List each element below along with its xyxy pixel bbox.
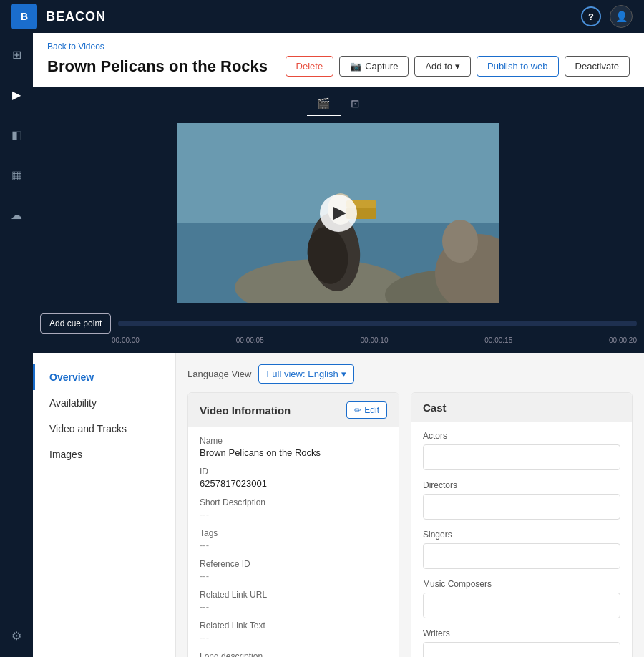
cloud-icon: ☁ [11, 208, 22, 222]
info-row-short-desc: Short Description --- [200, 497, 387, 520]
video-tabs: 🎬 ⊡ [33, 87, 644, 116]
svg-point-10 [442, 220, 478, 263]
sidebar-item-videos[interactable]: ▶ [4, 82, 29, 107]
video-info-column: Video Information ✏ Edit Name Brown Peli… [187, 392, 399, 657]
logo-box: B [11, 4, 37, 29]
music-composers-input[interactable] [423, 593, 620, 618]
calendar-icon: ▦ [11, 168, 22, 182]
capture-button[interactable]: 📷 Capture [339, 56, 409, 77]
logo-text: BEACON [46, 9, 106, 24]
sidebar-item-home[interactable]: ⊞ [4, 42, 29, 67]
back-to-videos-link[interactable]: Back to Videos [47, 42, 630, 52]
publish-to-web-button[interactable]: Publish to web [477, 56, 559, 77]
directors-input[interactable] [423, 494, 620, 520]
sidebar-item-layers[interactable]: ◧ [4, 122, 29, 147]
timestamp-4: 00:00:20 [609, 336, 637, 344]
tab-video[interactable]: 🎬 [307, 93, 341, 116]
info-row-tags: Tags --- [200, 528, 387, 550]
cast-header: Cast [411, 393, 632, 422]
cast-field-writers: Writers [423, 628, 620, 657]
timeline-labels: 00:00:00 00:00:05 00:00:10 00:00:15 00:0… [40, 334, 637, 350]
page-title: Brown Pelicans on the Rocks [47, 57, 268, 76]
edit-button[interactable]: ✏ Edit [346, 402, 387, 419]
video-icon: ▶ [12, 88, 21, 102]
timestamp-1: 00:00:05 [236, 336, 264, 344]
leftnav-availability[interactable]: Availability [33, 390, 175, 416]
video-player-container [33, 116, 644, 308]
cast-body: Actors Directors Singers [411, 422, 632, 657]
main-content-area: Language View Full view: English ▾ Video… [176, 353, 644, 657]
timestamp-3: 00:00:15 [484, 336, 512, 344]
cast-column: Cast Actors Directors [411, 392, 633, 657]
info-row-id: ID 6257817023001 [200, 467, 387, 489]
cast-title: Cast [423, 402, 447, 414]
nav-left: B BEACON [11, 4, 106, 29]
timestamp-0: 00:00:00 [112, 336, 140, 344]
camera-icon: 📷 [350, 61, 361, 72]
leftnav-overview[interactable]: Overview [33, 364, 175, 390]
timeline-section: Add cue point 00:00:00 00:00:05 00:00:10… [33, 308, 644, 353]
cast-field-music-composers: Music Composers [423, 579, 620, 618]
chevron-down-icon: ▾ [455, 61, 460, 72]
actors-input[interactable] [423, 444, 620, 470]
cast-field-singers: Singers [423, 530, 620, 569]
pencil-icon: ✏ [354, 405, 361, 415]
chevron-icon: ▾ [341, 369, 346, 379]
logo-letter: B [21, 11, 28, 22]
timestamp-2: 00:00:10 [361, 336, 389, 344]
page-title-row: Brown Pelicans on the Rocks Delete 📷 Cap… [47, 56, 630, 77]
video-info-card: Video Information ✏ Edit Name Brown Peli… [187, 392, 399, 657]
tab-captions[interactable]: ⊡ [341, 93, 370, 116]
writers-input[interactable] [423, 642, 620, 657]
sidebar-item-cloud[interactable]: ☁ [4, 202, 29, 228]
lower-section: Overview Availability Video and Tracks I… [33, 353, 644, 657]
content-columns: Video Information ✏ Edit Name Brown Peli… [187, 392, 633, 657]
play-button[interactable] [320, 195, 357, 232]
nav-right: ? 👤 [581, 5, 633, 28]
info-row-link-text: Related Link Text --- [200, 620, 387, 643]
language-bar: Language View Full view: English ▾ [187, 364, 633, 384]
timeline-row: Add cue point [40, 313, 637, 334]
singers-input[interactable] [423, 543, 620, 569]
info-row-link-url: Related Link URL --- [200, 590, 387, 612]
video-info-title: Video Information [200, 404, 291, 417]
video-info-header: Video Information ✏ Edit [188, 393, 399, 427]
user-icon: 👤 [615, 11, 628, 22]
help-button[interactable]: ? [581, 6, 601, 26]
sidebar: ⊞ ▶ ◧ ▦ ☁ ⚙ [0, 33, 33, 657]
sidebar-item-calendar[interactable]: ▦ [4, 162, 29, 188]
captions-tab-icon: ⊡ [351, 97, 360, 110]
info-row-long-desc: Long description --- [200, 651, 387, 657]
home-icon: ⊞ [12, 48, 21, 62]
info-row-ref-id: Reference ID --- [200, 559, 387, 581]
video-player[interactable] [177, 123, 499, 303]
left-navigation: Overview Availability Video and Tracks I… [33, 353, 176, 657]
help-icon: ? [588, 11, 594, 22]
delete-button[interactable]: Delete [286, 56, 334, 77]
header-actions: Delete 📷 Capture Add to ▾ Publish to web… [286, 56, 630, 77]
top-navigation: B BEACON ? 👤 [0, 0, 644, 33]
user-button[interactable]: 👤 [610, 5, 633, 28]
add-cue-point-button[interactable]: Add cue point [40, 313, 111, 334]
sidebar-item-settings[interactable]: ⚙ [4, 623, 29, 648]
info-row-name: Name Brown Pelicans on the Rocks [200, 436, 387, 458]
video-section: 🎬 ⊡ [33, 87, 644, 353]
gear-icon: ⚙ [11, 629, 21, 643]
leftnav-video-tracks[interactable]: Video and Tracks [33, 416, 175, 442]
language-view-label: Language View [187, 369, 251, 379]
content-area: Back to Videos Brown Pelicans on the Roc… [33, 33, 644, 657]
cast-field-directors: Directors [423, 480, 620, 520]
timeline-bar[interactable] [118, 321, 637, 326]
video-tab-icon: 🎬 [317, 97, 331, 110]
cast-field-actors: Actors [423, 431, 620, 470]
leftnav-images[interactable]: Images [33, 442, 175, 467]
cast-card: Cast Actors Directors [411, 392, 633, 657]
video-info-body: Name Brown Pelicans on the Rocks ID 6257… [188, 427, 399, 657]
add-to-button[interactable]: Add to ▾ [414, 56, 471, 77]
page-header: Back to Videos Brown Pelicans on the Roc… [33, 33, 644, 87]
main-layout: ⊞ ▶ ◧ ▦ ☁ ⚙ Back to Videos Brown Pelican… [0, 33, 644, 657]
deactivate-button[interactable]: Deactivate [565, 56, 630, 77]
layers-icon: ◧ [11, 128, 22, 142]
language-selector[interactable]: Full view: English ▾ [258, 364, 353, 384]
